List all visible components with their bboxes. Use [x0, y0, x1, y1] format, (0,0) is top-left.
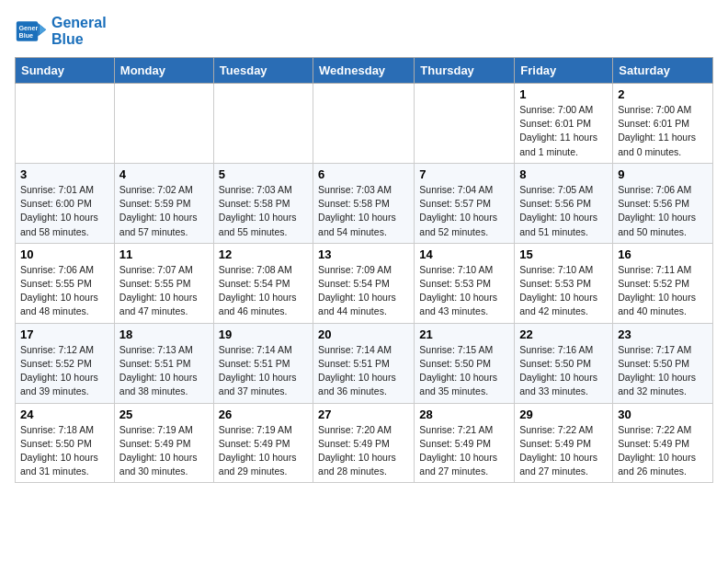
day-number: 5	[219, 167, 308, 181]
day-info: Sunrise: 7:19 AM Sunset: 5:49 PM Dayligh…	[119, 423, 209, 479]
calendar-day-cell: 30Sunrise: 7:22 AM Sunset: 5:49 PM Dayli…	[613, 403, 713, 483]
day-number: 2	[618, 87, 708, 101]
day-info: Sunrise: 7:08 AM Sunset: 5:54 PM Dayligh…	[219, 263, 308, 319]
calendar-day-cell	[16, 84, 115, 164]
calendar-day-cell: 14Sunrise: 7:10 AM Sunset: 5:53 PM Dayli…	[415, 243, 515, 323]
day-number: 20	[318, 327, 409, 341]
weekday-header-cell: Friday	[515, 58, 613, 84]
calendar-week-row: 24Sunrise: 7:18 AM Sunset: 5:50 PM Dayli…	[16, 403, 713, 483]
day-info: Sunrise: 7:22 AM Sunset: 5:49 PM Dayligh…	[519, 423, 608, 479]
calendar-day-cell: 20Sunrise: 7:14 AM Sunset: 5:51 PM Dayli…	[313, 323, 415, 403]
day-number: 6	[318, 167, 409, 181]
calendar-day-cell: 5Sunrise: 7:03 AM Sunset: 5:58 PM Daylig…	[213, 163, 313, 243]
calendar-day-cell: 8Sunrise: 7:05 AM Sunset: 5:56 PM Daylig…	[515, 163, 613, 243]
day-info: Sunrise: 7:18 AM Sunset: 5:50 PM Dayligh…	[20, 423, 109, 479]
day-number: 10	[20, 247, 109, 261]
logo: General Blue General Blue	[15, 15, 107, 48]
day-number: 12	[219, 247, 308, 261]
calendar-day-cell: 1Sunrise: 7:00 AM Sunset: 6:01 PM Daylig…	[515, 84, 613, 164]
day-info: Sunrise: 7:13 AM Sunset: 5:51 PM Dayligh…	[119, 343, 209, 399]
calendar-day-cell: 13Sunrise: 7:09 AM Sunset: 5:54 PM Dayli…	[313, 243, 415, 323]
day-info: Sunrise: 7:14 AM Sunset: 5:51 PM Dayligh…	[318, 343, 409, 399]
calendar-day-cell: 15Sunrise: 7:10 AM Sunset: 5:53 PM Dayli…	[515, 243, 613, 323]
day-number: 9	[618, 167, 708, 181]
day-number: 17	[20, 327, 109, 341]
calendar-table: SundayMondayTuesdayWednesdayThursdayFrid…	[15, 57, 713, 483]
day-number: 19	[219, 327, 308, 341]
calendar-day-cell: 2Sunrise: 7:00 AM Sunset: 6:01 PM Daylig…	[613, 84, 713, 164]
day-info: Sunrise: 7:21 AM Sunset: 5:49 PM Dayligh…	[419, 423, 509, 479]
calendar-day-cell: 6Sunrise: 7:03 AM Sunset: 5:58 PM Daylig…	[313, 163, 415, 243]
day-number: 29	[519, 408, 608, 421]
day-info: Sunrise: 7:14 AM Sunset: 5:51 PM Dayligh…	[219, 343, 308, 399]
calendar-day-cell: 22Sunrise: 7:16 AM Sunset: 5:50 PM Dayli…	[515, 323, 613, 403]
logo-icon: General Blue	[15, 15, 48, 48]
calendar-day-cell: 19Sunrise: 7:14 AM Sunset: 5:51 PM Dayli…	[213, 323, 313, 403]
day-info: Sunrise: 7:22 AM Sunset: 5:49 PM Dayligh…	[618, 423, 708, 479]
calendar-day-cell	[114, 84, 213, 164]
day-number: 13	[318, 247, 409, 261]
day-number: 11	[119, 247, 209, 261]
calendar-day-cell: 9Sunrise: 7:06 AM Sunset: 5:56 PM Daylig…	[613, 163, 713, 243]
day-info: Sunrise: 7:03 AM Sunset: 5:58 PM Dayligh…	[219, 183, 308, 239]
day-info: Sunrise: 7:11 AM Sunset: 5:52 PM Dayligh…	[618, 263, 708, 319]
day-info: Sunrise: 7:09 AM Sunset: 5:54 PM Dayligh…	[318, 263, 409, 319]
weekday-header-row: SundayMondayTuesdayWednesdayThursdayFrid…	[16, 58, 713, 84]
calendar-day-cell: 21Sunrise: 7:15 AM Sunset: 5:50 PM Dayli…	[415, 323, 515, 403]
day-number: 25	[119, 408, 209, 421]
calendar-day-cell: 4Sunrise: 7:02 AM Sunset: 5:59 PM Daylig…	[114, 163, 213, 243]
weekday-header-cell: Saturday	[613, 58, 713, 84]
calendar-day-cell: 28Sunrise: 7:21 AM Sunset: 5:49 PM Dayli…	[415, 403, 515, 483]
day-info: Sunrise: 7:12 AM Sunset: 5:52 PM Dayligh…	[20, 343, 109, 399]
calendar-day-cell: 18Sunrise: 7:13 AM Sunset: 5:51 PM Dayli…	[114, 323, 213, 403]
calendar-day-cell	[415, 84, 515, 164]
day-info: Sunrise: 7:03 AM Sunset: 5:58 PM Dayligh…	[318, 183, 409, 239]
day-info: Sunrise: 7:04 AM Sunset: 5:57 PM Dayligh…	[419, 183, 509, 239]
calendar-day-cell	[313, 84, 415, 164]
day-number: 23	[618, 327, 708, 341]
day-number: 8	[519, 167, 608, 181]
day-number: 22	[519, 327, 608, 341]
calendar-day-cell: 7Sunrise: 7:04 AM Sunset: 5:57 PM Daylig…	[415, 163, 515, 243]
calendar-day-cell: 16Sunrise: 7:11 AM Sunset: 5:52 PM Dayli…	[613, 243, 713, 323]
calendar-day-cell: 12Sunrise: 7:08 AM Sunset: 5:54 PM Dayli…	[213, 243, 313, 323]
svg-text:Blue: Blue	[19, 31, 34, 40]
day-info: Sunrise: 7:06 AM Sunset: 5:56 PM Dayligh…	[618, 183, 708, 239]
calendar-day-cell: 10Sunrise: 7:06 AM Sunset: 5:55 PM Dayli…	[16, 243, 115, 323]
calendar-week-row: 17Sunrise: 7:12 AM Sunset: 5:52 PM Dayli…	[16, 323, 713, 403]
day-number: 16	[618, 247, 708, 261]
calendar-day-cell: 11Sunrise: 7:07 AM Sunset: 5:55 PM Dayli…	[114, 243, 213, 323]
day-info: Sunrise: 7:00 AM Sunset: 6:01 PM Dayligh…	[618, 103, 708, 159]
day-info: Sunrise: 7:00 AM Sunset: 6:01 PM Dayligh…	[519, 103, 608, 159]
day-info: Sunrise: 7:10 AM Sunset: 5:53 PM Dayligh…	[419, 263, 509, 319]
calendar-day-cell	[213, 84, 313, 164]
day-info: Sunrise: 7:15 AM Sunset: 5:50 PM Dayligh…	[419, 343, 509, 399]
calendar-day-cell: 3Sunrise: 7:01 AM Sunset: 6:00 PM Daylig…	[16, 163, 115, 243]
day-number: 15	[519, 247, 608, 261]
weekday-header-cell: Wednesday	[313, 58, 415, 84]
page-header: General Blue General Blue	[15, 15, 713, 48]
day-info: Sunrise: 7:02 AM Sunset: 5:59 PM Dayligh…	[119, 183, 209, 239]
day-info: Sunrise: 7:19 AM Sunset: 5:49 PM Dayligh…	[219, 423, 308, 479]
day-number: 21	[419, 327, 509, 341]
day-info: Sunrise: 7:07 AM Sunset: 5:55 PM Dayligh…	[119, 263, 209, 319]
calendar-day-cell: 29Sunrise: 7:22 AM Sunset: 5:49 PM Dayli…	[515, 403, 613, 483]
calendar-day-cell: 25Sunrise: 7:19 AM Sunset: 5:49 PM Dayli…	[114, 403, 213, 483]
weekday-header-cell: Monday	[114, 58, 213, 84]
calendar-week-row: 10Sunrise: 7:06 AM Sunset: 5:55 PM Dayli…	[16, 243, 713, 323]
calendar-day-cell: 24Sunrise: 7:18 AM Sunset: 5:50 PM Dayli…	[16, 403, 115, 483]
day-info: Sunrise: 7:10 AM Sunset: 5:53 PM Dayligh…	[519, 263, 608, 319]
day-info: Sunrise: 7:05 AM Sunset: 5:56 PM Dayligh…	[519, 183, 608, 239]
day-number: 27	[318, 408, 409, 421]
calendar-week-row: 3Sunrise: 7:01 AM Sunset: 6:00 PM Daylig…	[16, 163, 713, 243]
day-number: 7	[419, 167, 509, 181]
weekday-header-cell: Sunday	[16, 58, 115, 84]
day-info: Sunrise: 7:06 AM Sunset: 5:55 PM Dayligh…	[20, 263, 109, 319]
day-info: Sunrise: 7:17 AM Sunset: 5:50 PM Dayligh…	[618, 343, 708, 399]
day-number: 1	[519, 87, 608, 101]
day-info: Sunrise: 7:20 AM Sunset: 5:49 PM Dayligh…	[318, 423, 409, 479]
day-number: 30	[618, 408, 708, 421]
day-number: 4	[119, 167, 209, 181]
day-number: 26	[219, 408, 308, 421]
calendar-week-row: 1Sunrise: 7:00 AM Sunset: 6:01 PM Daylig…	[16, 84, 713, 164]
